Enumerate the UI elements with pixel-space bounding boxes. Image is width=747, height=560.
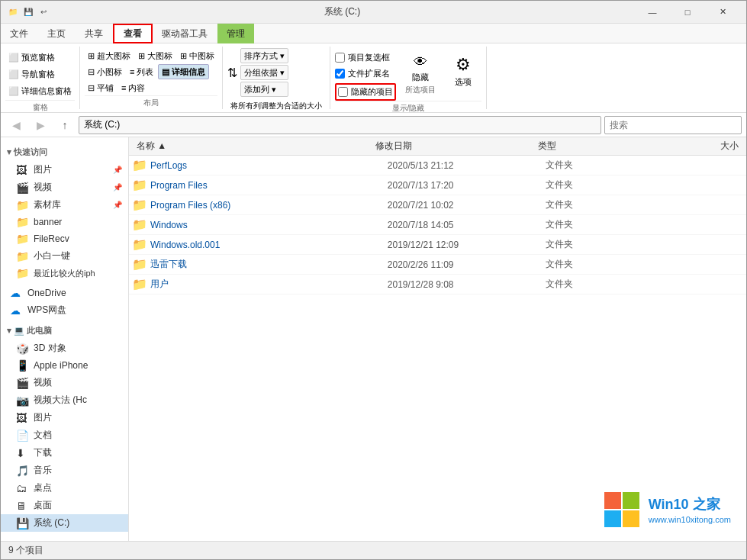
file-row-xunlei[interactable]: 📁 迅雷下载 2020/2/26 11:09 文件夹 (129, 255, 746, 275)
windows-logo-icon (603, 491, 641, 529)
svg-rect-3 (623, 510, 639, 527)
hide-button[interactable]: 👁 隐藏 所选项目 (402, 51, 439, 98)
options-button[interactable]: ⚙ 选项 (445, 48, 481, 94)
small-icons-btn[interactable]: ⊟ 小图标 (85, 64, 125, 79)
sort-dropdown-icon: ▾ (280, 51, 285, 61)
quick-access-section[interactable]: ▾ 快速访问 (1, 143, 128, 161)
sort-icon: ⇅ (227, 66, 237, 80)
file-row-users[interactable]: 📁 用户 2019/12/28 9:08 文件夹 (129, 275, 746, 294)
banner-icon: 📁 (16, 216, 30, 228)
videomax-icon: 📷 (16, 394, 30, 407)
sidebar-item-filerecv[interactable]: 📁 FileRecv (1, 230, 128, 247)
sidebar-item-videos-pc[interactable]: 🎬 视频 (1, 374, 128, 391)
filelist-header: 名称 ▲ 修改日期 类型 大小 (129, 137, 746, 156)
titlebar-controls: — □ ✕ (635, 1, 740, 24)
file-row-perflogs[interactable]: 📁 PerfLogs 2020/5/13 21:12 文件夹 (129, 156, 746, 175)
sidebar-item-music[interactable]: 🎵 音乐 (1, 462, 128, 479)
add-column-button[interactable]: 添加列 ▾ (240, 82, 288, 97)
svg-rect-0 (604, 492, 621, 509)
sidebar-item-materials[interactable]: 📁 素材库 📌 (1, 196, 128, 214)
details-icon: ⬜ (8, 86, 19, 96)
content-area: 名称 ▲ 修改日期 类型 大小 📁 PerfLogs 2020/5/13 21:… (129, 137, 746, 541)
sidebar-item-documents[interactable]: 📄 文档 (1, 426, 128, 444)
sidebar-item-videomax[interactable]: 📷 视频大法 (Hc (1, 391, 128, 409)
navigation-pane-button[interactable]: ⬜ 导航窗格 (5, 66, 58, 82)
filerecv-icon: 📁 (16, 233, 30, 245)
tab-home[interactable]: 主页 (38, 24, 76, 43)
downloads-icon: ⬇ (16, 447, 30, 459)
content-btn[interactable]: ≡ 内容 (118, 80, 148, 95)
file-row-program-files-x86[interactable]: 📁 Program Files (x86) 2020/7/21 10:02 文件… (129, 195, 746, 215)
sidebar-item-recent[interactable]: 📁 最近比较火的iph (1, 265, 128, 282)
watermark: Win10 之家 www.win10xitong.com (603, 491, 731, 529)
sidebar-item-videos-quick[interactable]: 🎬 视频 📌 (1, 179, 128, 196)
back-button[interactable]: ◀ (5, 114, 27, 136)
sidebar-item-downloads[interactable]: ⬇ 下载 (1, 444, 128, 462)
minimize-button[interactable]: — (635, 1, 670, 24)
large-icons-btn[interactable]: ⊞ 大图标 (135, 48, 175, 63)
tiles-btn[interactable]: ⊟ 平铺 (85, 80, 117, 95)
sidebar-item-zuodian[interactable]: 🗂 桌点 (1, 479, 128, 497)
details-btn[interactable]: ▤ 详细信息 (158, 64, 209, 79)
col-header-type[interactable]: 类型 (533, 140, 658, 153)
sidebar-item-pictures-pc[interactable]: 🖼 图片 (1, 409, 128, 426)
sort-by-button[interactable]: 排序方式 ▾ (240, 48, 288, 63)
folder-perflogs-icon: 📁 (132, 158, 147, 172)
details-pane-button[interactable]: ⬜ 详细信息窗格 (5, 83, 75, 98)
options-icon: ⚙ (456, 55, 471, 75)
sidebar-item-desktop[interactable]: 🖥 桌面 (1, 497, 128, 514)
details-view-icon: ▤ (162, 67, 169, 77)
up-button[interactable]: ↑ (54, 114, 76, 136)
item-checkbox[interactable] (335, 53, 345, 63)
folder-windows-icon: 📁 (132, 217, 147, 232)
tab-file[interactable]: 文件 (1, 24, 38, 43)
preview-pane-button[interactable]: ⬜ 预览窗格 (5, 50, 58, 65)
sidebar-item-apple-iphone[interactable]: 📱 Apple iPhone (1, 357, 128, 374)
maximize-button[interactable]: □ (670, 1, 705, 24)
col-header-name[interactable]: 名称 ▲ (132, 140, 371, 153)
file-row-program-files[interactable]: 📁 Program Files 2020/7/13 17:20 文件夹 (129, 175, 746, 195)
close-button[interactable]: ✕ (705, 1, 740, 24)
statusbar: 9 个项目 (1, 541, 746, 559)
tab-manage[interactable]: 管理 (217, 24, 254, 43)
ribbon-group-panes: ⬜ 预览窗格 ⬜ 导航窗格 ⬜ 详细信息窗格 窗格 (1, 47, 80, 109)
file-row-windows[interactable]: 📁 Windows 2020/7/18 14:05 文件夹 (129, 215, 746, 235)
file-ext-checkbox[interactable] (335, 69, 345, 79)
ribbon-group-show-hide: 项目复选框 文件扩展名 隐藏的项目 👁 (330, 47, 487, 109)
tab-view[interactable]: 查看 (113, 24, 153, 43)
medium-icons-btn[interactable]: ⊞ 中图标 (177, 48, 217, 63)
tab-share[interactable]: 共享 (76, 24, 113, 43)
sidebar-item-baijian[interactable]: 📁 小白一键 (1, 247, 128, 265)
search-input[interactable] (604, 116, 742, 134)
list-btn[interactable]: ≡ 列表 (127, 64, 156, 79)
thispc-section[interactable]: ▾ 💻 此电脑 (1, 322, 128, 340)
sidebar-item-wps[interactable]: ☁ WPS网盘 (1, 301, 128, 319)
col-header-size[interactable]: 大小 (658, 140, 743, 153)
folder-users-icon: 📁 (132, 277, 147, 291)
medium-icon: ⊞ (180, 51, 187, 61)
address-input[interactable] (79, 116, 601, 134)
sidebar-item-system-c[interactable]: 💾 系统 (C:) (1, 514, 128, 532)
nav-pane-icon: ⬜ (8, 69, 19, 79)
ribbon: 文件 主页 共享 查看 驱动器工具 管理 ⬜ 预览窗格 ⬜ 导航窗格 (1, 24, 746, 113)
group-by-button[interactable]: 分组依据 ▾ (240, 65, 288, 80)
tab-drive[interactable]: 驱动器工具 (153, 24, 217, 43)
pictures-icon: 🖼 (16, 164, 30, 176)
chevron-down-icon2: ▾ (7, 326, 11, 336)
sidebar-item-3d[interactable]: 🎲 3D 对象 (1, 340, 128, 357)
file-row-windows-old[interactable]: 📁 Windows.old.001 2019/12/21 12:09 文件夹 (129, 235, 746, 255)
col-header-date[interactable]: 修改日期 (371, 140, 533, 153)
titlebar: 📁 💾 ↩ 系统 (C:) — □ ✕ (1, 1, 746, 24)
videos-pc-icon: 🎬 (16, 377, 30, 389)
forward-button[interactable]: ▶ (30, 114, 51, 136)
item-checkbox-row: 项目复选框 (335, 51, 396, 64)
sidebar-item-pictures-quick[interactable]: 🖼 图片 📌 (1, 161, 128, 179)
zuodian-icon: 🗂 (16, 482, 30, 494)
sidebar-item-banner[interactable]: 📁 banner (1, 214, 128, 230)
fit-columns-button[interactable]: 将所有列调整为合适的大小 (227, 98, 325, 114)
extra-large-icons-btn[interactable]: ⊞ 超大图标 (85, 48, 134, 63)
pictures-pc-icon: 🖼 (16, 412, 30, 424)
sidebar-item-onedrive[interactable]: ☁ OneDrive (1, 285, 128, 301)
large-icon: ⊞ (138, 51, 145, 61)
hidden-items-checkbox[interactable] (338, 87, 348, 97)
